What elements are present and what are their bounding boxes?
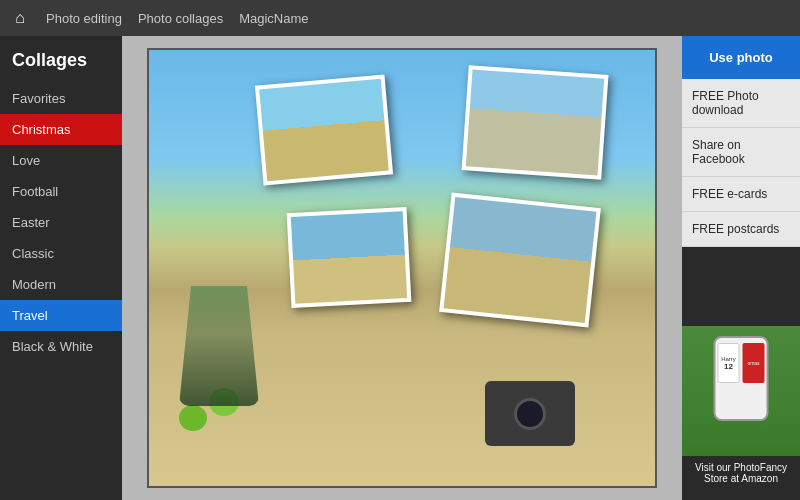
jersey-number-label: 12 <box>724 362 733 371</box>
photo-card-3 <box>287 207 412 308</box>
nav-photo-collages[interactable]: Photo collages <box>138 11 223 26</box>
free-ecards[interactable]: FREE e-cards <box>682 177 800 212</box>
collage-frame <box>147 48 657 488</box>
photo-card-4 <box>439 192 601 327</box>
photo-card-3-inner <box>291 211 407 304</box>
top-navigation: ⌂ Photo editing Photo collages MagicName <box>0 0 800 36</box>
camera-decoration <box>485 381 575 446</box>
jersey-red: omas <box>743 343 765 383</box>
nav-magic-name[interactable]: MagicName <box>239 11 308 26</box>
sidebar-item-classic[interactable]: Classic <box>0 238 122 269</box>
sidebar-item-black-white[interactable]: Black & White <box>0 331 122 362</box>
content-area <box>122 36 682 500</box>
lime-decoration-2 <box>179 405 207 431</box>
free-postcards[interactable]: FREE postcards <box>682 212 800 247</box>
camera-lens <box>514 398 546 430</box>
sidebar: Collages Favorites Christmas Love Footba… <box>0 36 122 500</box>
right-panel: Use photo FREE Photo download Share on F… <box>682 36 800 500</box>
promo-box[interactable]: Harry 12 omas Visit our PhotoFancy Store… <box>682 247 800 500</box>
sidebar-item-travel[interactable]: Travel <box>0 300 122 331</box>
phone-case: Harry 12 omas <box>714 336 769 421</box>
sidebar-item-favorites[interactable]: Favorites <box>0 83 122 114</box>
photo-card-1-inner <box>259 79 389 181</box>
free-photo-download[interactable]: FREE Photo download <box>682 79 800 128</box>
cocktail-decoration <box>179 286 259 406</box>
photo-card-4-inner <box>444 197 597 323</box>
promo-image: Harry 12 omas <box>682 326 800 456</box>
sidebar-item-football[interactable]: Football <box>0 176 122 207</box>
sidebar-item-love[interactable]: Love <box>0 145 122 176</box>
sidebar-title: Collages <box>0 36 122 83</box>
sidebar-item-modern[interactable]: Modern <box>0 269 122 300</box>
photo-card-2 <box>462 65 609 180</box>
photo-card-2-inner <box>466 70 604 176</box>
jersey-white: Harry 12 <box>718 343 740 383</box>
jersey-name2-label: omas <box>747 360 759 366</box>
main-layout: Collages Favorites Christmas Love Footba… <box>0 36 800 500</box>
nav-photo-editing[interactable]: Photo editing <box>46 11 122 26</box>
use-photo-button[interactable]: Use photo <box>682 36 800 79</box>
share-facebook[interactable]: Share on Facebook <box>682 128 800 177</box>
sidebar-item-easter[interactable]: Easter <box>0 207 122 238</box>
sidebar-item-christmas[interactable]: Christmas <box>0 114 122 145</box>
promo-text: Visit our PhotoFancy Store at Amazon <box>682 456 800 490</box>
photo-card-1 <box>255 75 393 186</box>
home-icon[interactable]: ⌂ <box>10 8 30 28</box>
